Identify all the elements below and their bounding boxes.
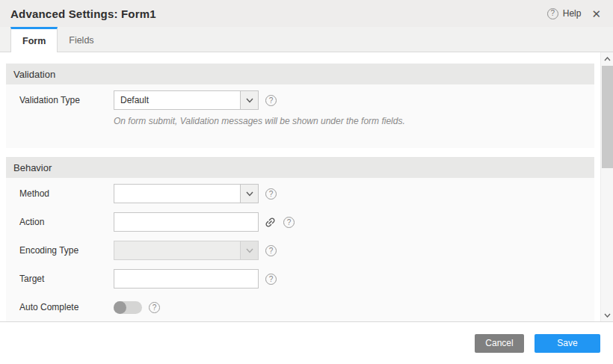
tab-fields[interactable]: Fields xyxy=(58,27,105,52)
method-help-icon[interactable]: ? xyxy=(265,188,277,200)
advanced-settings-dialog: Advanced Settings: Form1 ? Help ✕ Form F… xyxy=(0,0,613,364)
help-icon: ? xyxy=(547,8,558,19)
encoding-type-select xyxy=(114,241,259,260)
tab-form[interactable]: Form xyxy=(10,27,58,52)
validation-type-row: Validation Type Default ? xyxy=(6,86,594,114)
link-icon[interactable] xyxy=(264,216,277,229)
action-row: Action ? xyxy=(6,208,594,236)
action-input[interactable] xyxy=(114,212,259,232)
close-icon[interactable]: ✕ xyxy=(591,8,601,19)
dialog-titlebar: Advanced Settings: Form1 ? Help ✕ xyxy=(0,0,613,27)
chevron-down-icon[interactable] xyxy=(240,185,258,203)
action-label: Action xyxy=(19,217,114,227)
help-label: Help xyxy=(563,8,582,19)
titlebar-actions: ? Help ✕ xyxy=(547,8,601,19)
chevron-down-icon[interactable] xyxy=(240,91,258,109)
section-header-behavior: Behavior xyxy=(6,157,594,178)
tab-bar: Form Fields xyxy=(0,27,613,52)
encoding-type-value xyxy=(114,241,120,259)
target-input[interactable] xyxy=(114,269,259,289)
auto-complete-label: Auto Complete xyxy=(19,302,114,312)
validation-hint: On form submit, Validation messages will… xyxy=(6,116,594,126)
chevron-down-icon xyxy=(240,241,258,259)
section-validation: Validation Validation Type Default ? On … xyxy=(6,64,594,148)
dialog-footer: Cancel Save xyxy=(0,322,613,364)
validation-type-select[interactable]: Default xyxy=(114,90,259,110)
save-button[interactable]: Save xyxy=(535,334,600,353)
page-title: Advanced Settings: Form1 xyxy=(10,7,156,20)
action-help-icon[interactable]: ? xyxy=(283,217,295,228)
target-label: Target xyxy=(19,274,114,284)
scrollbar-thumb[interactable] xyxy=(602,66,613,168)
method-row: Method ? xyxy=(6,179,594,208)
method-select[interactable] xyxy=(114,184,259,203)
validation-type-value: Default xyxy=(114,91,149,109)
target-help-icon[interactable]: ? xyxy=(265,274,277,285)
scroll-up-icon[interactable] xyxy=(601,52,613,65)
toggle-knob xyxy=(114,301,126,314)
scroll-down-icon[interactable] xyxy=(601,309,613,321)
auto-complete-row: Auto Complete ? xyxy=(6,293,594,321)
encoding-type-row: Encoding Type ? xyxy=(6,236,594,265)
target-row: Target ? xyxy=(6,265,594,293)
vertical-scrollbar[interactable] xyxy=(600,52,613,321)
settings-scroll-area: Validation Validation Type Default ? On … xyxy=(0,52,613,322)
validation-type-help-icon[interactable]: ? xyxy=(265,95,277,106)
encoding-type-label: Encoding Type xyxy=(19,245,114,256)
validation-type-label: Validation Type xyxy=(19,95,114,105)
method-value xyxy=(114,185,120,203)
encoding-type-help-icon[interactable]: ? xyxy=(265,245,277,256)
section-behavior: Behavior Method ? Action xyxy=(6,157,594,322)
section-header-validation: Validation xyxy=(6,64,594,84)
auto-complete-toggle[interactable] xyxy=(114,301,142,314)
auto-complete-help-icon[interactable]: ? xyxy=(149,302,160,313)
help-button[interactable]: ? Help xyxy=(547,8,582,19)
cancel-button[interactable]: Cancel xyxy=(475,334,524,353)
method-label: Method xyxy=(19,188,114,199)
